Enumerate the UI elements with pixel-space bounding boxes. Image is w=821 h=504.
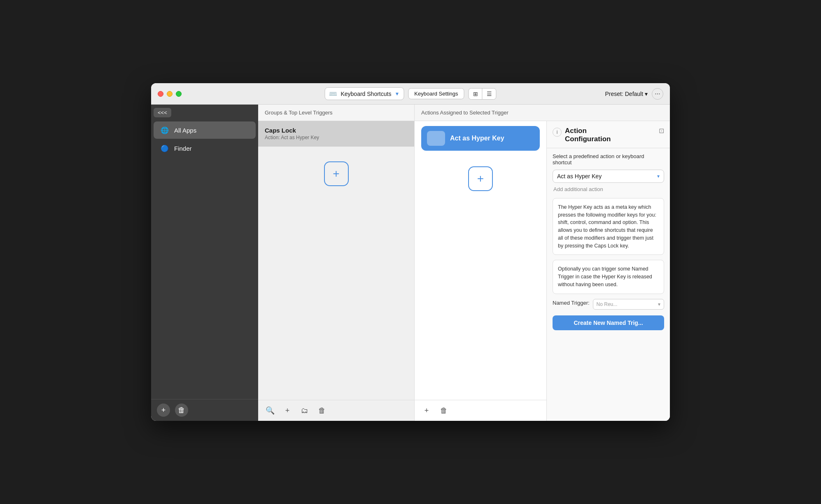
- titlebar-right: Preset: Default ▾ ···: [605, 88, 664, 100]
- search-icon: 🔍: [266, 406, 275, 415]
- delete-action-button[interactable]: 🗑: [438, 404, 450, 417]
- list-view-button[interactable]: ☰: [483, 89, 496, 99]
- close-button[interactable]: [158, 91, 163, 97]
- config-subtitle: Select a predefined action or keyboard s…: [553, 153, 664, 166]
- sidebar-nav: <<<: [151, 105, 258, 117]
- trigger-action: Action: Act as Hyper Key: [265, 135, 408, 140]
- description-text-1: The Hyper Key acts as a meta key which p…: [558, 204, 656, 249]
- right-col-bottom: + 🗑: [415, 400, 546, 421]
- more-options-button[interactable]: ···: [652, 88, 663, 100]
- trash-icon: 🗑: [440, 406, 448, 415]
- app-mode-label: Keyboard Shortcuts: [341, 91, 391, 97]
- sidebar-item-all-apps[interactable]: 🌐 All Apps: [154, 121, 256, 139]
- named-trigger-value: No Reu...: [597, 301, 618, 307]
- grid-view-button[interactable]: ⊞: [469, 89, 483, 99]
- finder-icon: 🔵: [159, 143, 170, 154]
- action-type-label: Act as Hyper Key: [557, 173, 602, 180]
- triggers-column: Caps Lock Action: Act as Hyper Key + 🔍: [258, 121, 415, 421]
- traffic-lights: [158, 91, 182, 97]
- add-trigger-button[interactable]: +: [324, 161, 349, 186]
- all-apps-icon: 🌐: [159, 125, 170, 135]
- preset-dropdown[interactable]: Preset: Default ▾: [605, 91, 648, 97]
- sidebar-item-label: All Apps: [174, 127, 196, 134]
- action-type-dropdown[interactable]: Act as Hyper Key ▾: [553, 170, 664, 183]
- app-mode-dropdown[interactable]: ⌨️ Keyboard Shortcuts ▼: [324, 87, 404, 100]
- plus-icon: +: [285, 406, 290, 415]
- sidebar-item-finder[interactable]: 🔵 Finder: [154, 140, 256, 157]
- description-box-1: The Hyper Key acts as a meta key which p…: [553, 198, 664, 255]
- app-window: ⌨️ Keyboard Shortcuts ▼ Keyboard Setting…: [151, 83, 670, 421]
- content-area: Groups & Top Level Triggers Actions Assi…: [258, 105, 670, 421]
- titlebar-center: ⌨️ Keyboard Shortcuts ▼ Keyboard Setting…: [324, 87, 496, 100]
- add-action-bottom-button[interactable]: +: [420, 404, 433, 417]
- plus-icon: +: [333, 167, 339, 180]
- action-badge: [427, 131, 445, 146]
- chevron-down-icon: ▾: [658, 301, 660, 307]
- action-label: Act as Hyper Key: [450, 135, 504, 142]
- keyboard-icon: ⌨️: [329, 90, 337, 98]
- named-trigger-label: Named Trigger:: [553, 300, 590, 306]
- minimize-button[interactable]: [167, 91, 173, 97]
- plus-icon: +: [161, 406, 166, 415]
- trash-icon: 🗑: [178, 406, 185, 415]
- sidebar-list: 🌐 All Apps 🔵 Finder: [151, 117, 258, 399]
- back-button[interactable]: <<<: [154, 108, 171, 117]
- view-toggle-group: ⊞ ☰: [469, 88, 497, 100]
- trigger-item-container: Caps Lock Action: Act as Hyper Key: [258, 121, 414, 147]
- collapse-icon: ⊡: [659, 127, 664, 134]
- sidebar: <<< 🌐 All Apps 🔵 Finder + 🗑: [151, 105, 258, 421]
- trigger-item[interactable]: Caps Lock Action: Act as Hyper Key: [258, 121, 414, 147]
- config-info-button[interactable]: i: [553, 128, 562, 137]
- left-col-header: Groups & Top Level Triggers: [258, 105, 415, 121]
- named-trigger-dropdown[interactable]: No Reu... ▾: [593, 299, 664, 310]
- create-named-trigger-button[interactable]: Create New Named Trig...: [553, 315, 664, 330]
- description-box-2: Optionally you can trigger some Named Tr…: [553, 260, 664, 294]
- folder-icon: 🗂: [301, 406, 308, 415]
- add-trigger-bottom-button[interactable]: +: [281, 404, 294, 417]
- sidebar-item-label: Finder: [174, 145, 192, 152]
- maximize-button[interactable]: [176, 91, 182, 97]
- trigger-name: Caps Lock: [265, 127, 408, 134]
- trash-icon: 🗑: [318, 406, 326, 415]
- columns-body: Caps Lock Action: Act as Hyper Key + 🔍: [258, 121, 670, 421]
- config-collapse-button[interactable]: ⊡: [659, 127, 664, 135]
- main-layout: <<< 🌐 All Apps 🔵 Finder + 🗑: [151, 105, 670, 421]
- delete-app-button[interactable]: 🗑: [175, 404, 188, 417]
- titlebar: ⌨️ Keyboard Shortcuts ▼ Keyboard Setting…: [151, 83, 670, 105]
- description-text-2: Optionally you can trigger some Named Tr…: [558, 266, 652, 287]
- plus-icon: +: [477, 172, 484, 185]
- actions-column: Act as Hyper Key + + 🗑: [415, 121, 546, 421]
- sidebar-bottom: + 🗑: [151, 399, 258, 421]
- config-header: i ActionConfiguration ⊡: [547, 121, 670, 148]
- add-additional-action-label: Add additional action: [553, 186, 664, 192]
- right-col-header: Actions Assigned to Selected Trigger: [415, 105, 670, 121]
- delete-trigger-button[interactable]: 🗑: [316, 404, 328, 417]
- columns-header: Groups & Top Level Triggers Actions Assi…: [258, 105, 670, 121]
- named-trigger-section: Named Trigger: No Reu... ▾: [553, 299, 664, 310]
- search-button[interactable]: 🔍: [264, 404, 276, 417]
- add-action-button[interactable]: +: [468, 166, 493, 191]
- config-body: Select a predefined action or keyboard s…: [547, 148, 670, 421]
- config-panel: i ActionConfiguration ⊡ Select a predefi…: [546, 121, 670, 421]
- folder-button[interactable]: 🗂: [299, 404, 311, 417]
- info-icon: i: [557, 129, 558, 135]
- chevron-down-icon: ▼: [394, 91, 399, 97]
- action-item[interactable]: Act as Hyper Key: [421, 126, 540, 151]
- plus-icon: +: [424, 406, 429, 415]
- ellipsis-icon: ···: [655, 90, 660, 98]
- keyboard-settings-button[interactable]: Keyboard Settings: [408, 88, 464, 99]
- left-col-bottom: 🔍 + 🗂 🗑: [258, 400, 414, 421]
- chevron-down-icon: ▾: [657, 173, 660, 179]
- add-app-button[interactable]: +: [157, 404, 170, 417]
- config-title: ActionConfiguration: [565, 127, 611, 144]
